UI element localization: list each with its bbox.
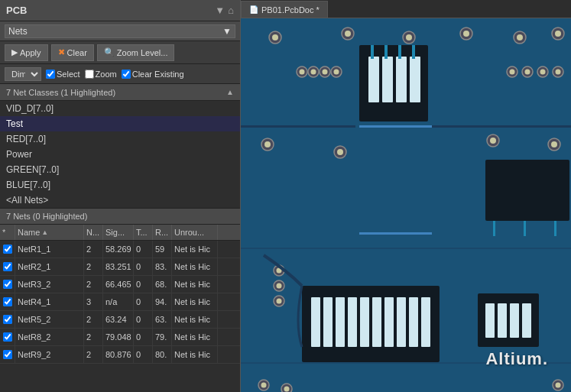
zoom-icon: 🔍 (104, 47, 115, 57)
clear-button[interactable]: ✖ Clear (51, 44, 94, 61)
row-checkbox[interactable] (3, 262, 12, 271)
panel-header: PCB ▼ ⌂ (0, 0, 240, 21)
table-cell-r: 83. (153, 258, 172, 275)
row-checkbox[interactable] (3, 315, 12, 324)
table-cell-t: 0 (134, 293, 153, 310)
svg-point-70 (277, 299, 282, 304)
apply-button[interactable]: ▶ Apply (5, 44, 48, 61)
clear-existing-checkbox-item[interactable]: Clear Existing (122, 70, 184, 79)
table-row: NetR9_2280.876080.Net is Hic (0, 346, 240, 364)
svg-point-25 (300, 70, 305, 75)
table-row: NetR3_2266.465068.Net is Hic (0, 276, 240, 293)
zoom-label: Zoom (96, 70, 117, 79)
pcb-tab[interactable]: 📄 PB01.PcbDoc * (241, 1, 328, 18)
table-cell-sig: 79.048 (103, 329, 134, 345)
row-checkbox[interactable] (3, 280, 12, 289)
svg-rect-60 (372, 297, 381, 347)
table-body: NetR1_1258.269059Net is HicNetR2_1283.25… (0, 241, 240, 364)
row-checkbox[interactable] (3, 245, 12, 254)
table-header-cell[interactable]: T... (134, 225, 153, 240)
net-class-item[interactable]: <All Nets> (0, 193, 240, 208)
svg-point-79 (261, 383, 267, 388)
table-header-cell[interactable]: Name▲ (15, 225, 84, 240)
table-header-cell[interactable]: Unrou... (172, 225, 218, 240)
table-cell-n: 2 (84, 329, 103, 345)
svg-rect-40 (241, 125, 355, 128)
svg-rect-63 (409, 297, 418, 347)
table-cell-unrou: Net is Hic (172, 241, 218, 258)
svg-rect-62 (397, 297, 406, 347)
table-row: NetR2_1283.251083.Net is Hic (0, 258, 240, 276)
row-check-cell[interactable] (0, 241, 15, 258)
row-check-cell[interactable] (0, 293, 15, 310)
right-panel: 📄 PB01.PcbDoc * (241, 0, 571, 392)
net-class-item[interactable]: BLUE[7..0] (0, 177, 240, 193)
table-cell-r: 59 (153, 241, 172, 258)
window-icon[interactable]: ⌂ (228, 5, 234, 16)
zoom-checkbox-item[interactable]: Zoom (85, 70, 117, 79)
table-cell-t: 0 (134, 329, 153, 345)
table-cell-unrou: Net is Hic (172, 346, 218, 363)
svg-rect-85 (359, 232, 432, 235)
table-cell-name: NetR5_2 (15, 311, 84, 328)
svg-point-45 (337, 149, 343, 155)
svg-rect-73 (498, 303, 507, 338)
svg-point-31 (334, 70, 339, 75)
net-class-item[interactable]: Test (0, 116, 240, 131)
svg-point-33 (510, 70, 515, 75)
table-cell-name: NetR2_1 (15, 258, 84, 275)
zoom-checkbox[interactable] (85, 70, 94, 79)
left-panel: PCB ▼ ⌂ Nets ▼ ▶ Apply ✖ Clear 🔍 Zoom Le… (0, 0, 241, 392)
row-checkbox[interactable] (3, 297, 12, 306)
table-cell-t: 0 (134, 346, 153, 363)
table-cell-name: NetR4_1 (15, 293, 84, 310)
nets-dropdown[interactable]: Nets ▼ (5, 24, 235, 38)
svg-rect-17 (382, 57, 393, 102)
clear-existing-checkbox[interactable] (122, 70, 131, 79)
table-cell-r: 63. (153, 311, 172, 328)
table-header-cell[interactable]: Sig... (103, 225, 134, 240)
svg-point-68 (277, 283, 282, 289)
dim-select[interactable]: Dim (5, 67, 41, 81)
svg-point-47 (490, 138, 496, 144)
svg-rect-56 (323, 297, 333, 347)
table-row: NetR8_2279.048079.Net is Hic (0, 329, 240, 346)
net-classes-list: VID_D[7..0]TestRED[7..0]PowerGREEN[7..0]… (0, 101, 240, 208)
net-class-item[interactable]: VID_D[7..0] (0, 101, 240, 116)
svg-rect-41 (432, 125, 571, 128)
nets-section-header: 7 Nets (0 Highlighted) (0, 208, 240, 225)
table-header: *Name▲N...Sig...T...R...Unrou... (0, 225, 240, 241)
row-checkbox[interactable] (3, 350, 12, 359)
clear-icon: ✖ (58, 47, 65, 57)
svg-point-49 (551, 141, 557, 147)
row-check-cell[interactable] (0, 276, 15, 293)
net-classes-section-header: 7 Net Classes (1 Highlighted) ▲ (0, 84, 240, 101)
table-cell-n: 3 (84, 293, 103, 310)
svg-rect-72 (485, 303, 495, 338)
pcb-canvas: Altium. (241, 18, 571, 392)
table-cell-n: 2 (84, 311, 103, 328)
row-check-cell[interactable] (0, 346, 15, 363)
table-header-cell[interactable]: * (0, 225, 15, 240)
svg-rect-23 (412, 45, 415, 59)
table-cell-unrou: Net is Hic (172, 293, 218, 310)
clear-existing-label: Clear Existing (132, 70, 184, 79)
table-header-cell[interactable]: R... (153, 225, 172, 240)
svg-rect-52 (524, 221, 526, 236)
net-class-item[interactable]: GREEN[7..0] (0, 162, 240, 177)
row-check-cell[interactable] (0, 311, 15, 328)
net-class-item[interactable]: RED[7..0] (0, 131, 240, 147)
zoom-level-button[interactable]: 🔍 Zoom Level... (97, 44, 175, 61)
table-cell-sig: 63.24 (103, 311, 134, 328)
table-cell-sig: 83.251 (103, 258, 134, 275)
svg-rect-58 (348, 297, 357, 347)
row-checkbox[interactable] (3, 332, 12, 342)
table-header-cell[interactable]: N... (84, 225, 103, 240)
pin-icon[interactable]: ▼ (215, 5, 225, 16)
row-check-cell[interactable] (0, 329, 15, 345)
select-checkbox[interactable] (46, 70, 55, 79)
svg-rect-22 (398, 45, 401, 59)
net-class-item[interactable]: Power (0, 147, 240, 162)
select-checkbox-item[interactable]: Select (46, 70, 80, 79)
row-check-cell[interactable] (0, 258, 15, 275)
